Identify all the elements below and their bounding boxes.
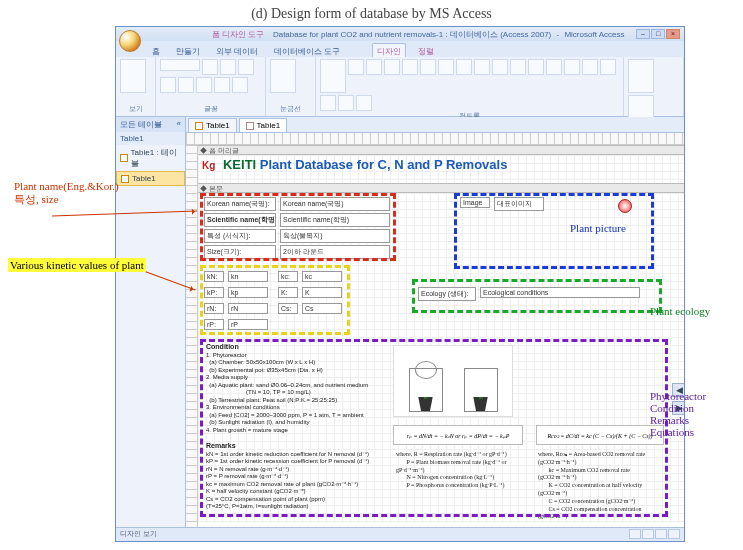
label-image[interactable]: Image — [460, 197, 490, 208]
ribbon-logo[interactable] — [320, 59, 346, 93]
title-bar: 폼 디자인 도구 Database for plant CO2 and nutr… — [116, 27, 684, 41]
field-korean-name[interactable]: Korean name(국명) — [280, 197, 390, 211]
ribbon-control-8[interactable] — [474, 59, 490, 75]
ribbon-control-14[interactable] — [582, 59, 598, 75]
ribbon-view-button[interactable] — [120, 59, 146, 93]
ribbon-control-1[interactable] — [348, 59, 364, 75]
ribbon-align-left[interactable] — [160, 77, 176, 93]
doc-tab-table1-datasheet[interactable]: Table1 — [188, 118, 237, 132]
close-record-button[interactable] — [618, 199, 632, 213]
navpane-header[interactable]: 모든 테이블 — [120, 119, 162, 130]
form-icon — [121, 175, 129, 183]
access-window: 폼 디자인 도구 Database for plant CO2 and nutr… — [115, 26, 685, 542]
office-button[interactable] — [119, 30, 141, 52]
ribbon-control-9[interactable] — [492, 59, 508, 75]
equation-np[interactable]: rₚ = dN/dt = − kₙN or rₚ = dP/dt = − kₚP — [393, 425, 523, 445]
navpane-item-form[interactable]: Table1 — [116, 171, 185, 186]
annotation-kinetic: Various kinetic values of plant — [8, 259, 146, 271]
field-size[interactable]: 2이하 라운드 — [280, 245, 390, 259]
label-cs[interactable]: Cs: — [278, 303, 298, 314]
view-design-button[interactable] — [668, 529, 680, 539]
ribbon-tab-create[interactable]: 만들기 — [172, 44, 204, 57]
vertical-ruler — [186, 145, 198, 527]
ribbon-control-4[interactable] — [402, 59, 418, 75]
label-size[interactable]: Size(크기): — [204, 245, 276, 259]
form-design-canvas[interactable]: ◆ 폼 머리글 Kg KEITI Plant Database for C, N… — [186, 133, 684, 527]
field-scientific-name[interactable]: Scientific name(학명) — [280, 213, 390, 227]
ribbon-align-right[interactable] — [196, 77, 212, 93]
ribbon-underline[interactable] — [238, 59, 254, 75]
navpane-group[interactable]: Table1 — [116, 132, 185, 145]
field-rp[interactable]: rP — [228, 319, 268, 330]
table-icon — [195, 122, 203, 130]
ribbon-tab-arrange[interactable]: 정렬 — [414, 44, 438, 57]
ribbon-control-15[interactable] — [600, 59, 616, 75]
equation-legend-right: where, Rco₂ = Area-based CO2 removal rat… — [538, 451, 668, 521]
view-layout-button[interactable] — [655, 529, 667, 539]
annotation-plant-name: Plant name(Eng.&Kor.) 특성, size — [14, 180, 119, 207]
label-K[interactable]: K: — [278, 287, 298, 298]
navpane-collapse-icon[interactable]: « — [177, 119, 181, 130]
doc-tab-table1-form[interactable]: Table1 — [239, 118, 288, 132]
ribbon-tab-dbtools[interactable]: 데이터베이스 도구 — [270, 44, 344, 57]
ribbon-font-family[interactable] — [160, 59, 200, 71]
ribbon-control-16[interactable] — [320, 95, 336, 111]
label-kp[interactable]: kP: — [204, 287, 224, 298]
field-characteristic[interactable]: 육상(물목지) — [280, 229, 390, 243]
label-characteristic[interactable]: 특성 (서식지): — [204, 229, 276, 243]
ribbon-control-17[interactable] — [338, 95, 354, 111]
phytoreactor-diagram[interactable] — [393, 345, 513, 417]
window-maximize[interactable]: □ — [651, 29, 665, 39]
ribbon-font-color[interactable] — [214, 77, 230, 93]
ribbon-control-7[interactable] — [456, 59, 472, 75]
view-datasheet-button[interactable] — [642, 529, 654, 539]
ribbon-control-3[interactable] — [384, 59, 400, 75]
ribbon-group-grid: 눈금선 — [270, 104, 311, 114]
ribbon-control-10[interactable] — [510, 59, 526, 75]
ribbon-align-center[interactable] — [178, 77, 194, 93]
ribbon-add-fields[interactable] — [628, 59, 654, 93]
field-kn[interactable]: kn — [228, 271, 268, 282]
label-rp[interactable]: rP: — [204, 319, 224, 330]
field-cs[interactable]: Cs — [302, 303, 342, 314]
field-image[interactable]: 대표이미지 — [494, 197, 544, 211]
ribbon-control-2[interactable] — [366, 59, 382, 75]
ribbon-tab-design[interactable]: 디자인 — [372, 43, 406, 57]
field-ecology[interactable]: Ecological conditions — [480, 287, 640, 298]
field-kp[interactable]: kp — [228, 287, 268, 298]
label-kn[interactable]: kN: — [204, 271, 224, 282]
label-ecology[interactable]: Ecology (생태): — [418, 287, 476, 301]
ribbon-control-18[interactable] — [356, 95, 372, 111]
ribbon: 보기 글꼴 눈금선 — [116, 57, 684, 117]
condition-block[interactable]: Condition 1. Phytoreactor (a) Chamber: 5… — [206, 343, 386, 511]
label-rn[interactable]: rN: — [204, 303, 224, 314]
ribbon-control-11[interactable] — [528, 59, 544, 75]
section-form-header[interactable]: ◆ 폼 머리글 — [186, 145, 684, 155]
ribbon-bold[interactable] — [202, 59, 218, 75]
field-kc[interactable]: kc — [302, 271, 342, 282]
window-minimize[interactable]: – — [636, 29, 650, 39]
ribbon-control-13[interactable] — [564, 59, 580, 75]
ribbon-control-6[interactable] — [438, 59, 454, 75]
field-K[interactable]: K — [302, 287, 342, 298]
ribbon-control-12[interactable] — [546, 59, 562, 75]
navpane-item-table[interactable]: Table1 : 테이블 — [116, 145, 185, 171]
field-rn[interactable]: rN — [228, 303, 268, 314]
ribbon-fill-color[interactable] — [232, 77, 248, 93]
ribbon-tab-home[interactable]: 홈 — [148, 44, 164, 57]
label-scientific-name[interactable]: Scientific name(학명): — [204, 213, 276, 227]
ribbon-gridlines[interactable] — [270, 59, 296, 93]
window-close[interactable]: × — [666, 29, 680, 39]
section-detail[interactable]: ◆ 본문 — [186, 183, 684, 193]
ribbon-tab-strip: 홈 만들기 외부 데이터 데이터베이스 도구 디자인 정렬 — [116, 41, 684, 57]
label-kc[interactable]: kc: — [278, 271, 298, 282]
ribbon-tab-external[interactable]: 외부 데이터 — [212, 44, 262, 57]
navigation-pane[interactable]: 모든 테이블 « Table1 Table1 : 테이블 Table1 — [116, 117, 186, 527]
equation-co2[interactable]: Rco₂ = dC/dt = kc (C − Cs)/(K + (C − Cs)… — [536, 425, 664, 445]
ribbon-italic[interactable] — [220, 59, 236, 75]
form-title: Kg KEITI Plant Database for C, N and P R… — [202, 157, 507, 172]
view-form-button[interactable] — [629, 529, 641, 539]
label-korean-name[interactable]: Korean name(국명): — [204, 197, 276, 211]
ribbon-control-5[interactable] — [420, 59, 436, 75]
figure-caption: (d) Design form of database by MS Access — [0, 0, 743, 26]
